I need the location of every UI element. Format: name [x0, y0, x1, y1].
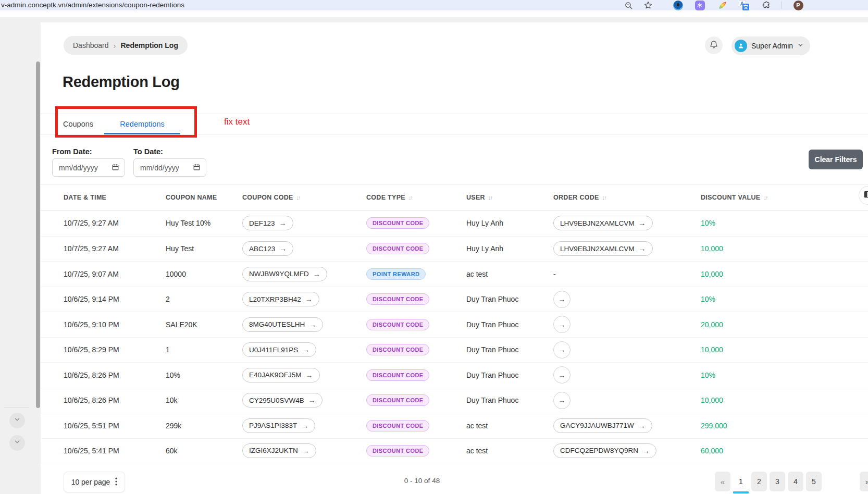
- cell-user: Duy Tran Phuoc: [466, 295, 553, 303]
- table-row: 10/6/25, 9:10 PM SALE20K 8MG40UTESLHH → …: [41, 312, 868, 337]
- cell-discount-value: 10,000: [701, 396, 807, 404]
- order-code-text: LHV9EBJN2XAMLCVM: [560, 245, 635, 253]
- table-row: 10/6/25, 8:26 PM 10% E40JAK9OFJ5M → DISC…: [41, 362, 868, 388]
- pagination-prev-button[interactable]: «: [715, 472, 730, 491]
- per-page-selector[interactable]: 10 per page: [64, 472, 125, 492]
- cell-coupon-name: 10000: [166, 270, 242, 278]
- sort-icon[interactable]: ↓↑: [602, 194, 606, 201]
- extension-feather-icon[interactable]: [717, 1, 727, 10]
- from-date-input[interactable]: mm/dd/yyyy: [52, 158, 125, 177]
- column-header[interactable]: ORDER CODE↓↑: [553, 194, 701, 201]
- order-code-pill[interactable]: CDFCQ2EPDW8YQ9RN→: [553, 443, 656, 458]
- order-code-pill[interactable]: GACY9JJAUWBJ771W→: [553, 418, 652, 433]
- page-button-5[interactable]: 5: [806, 472, 822, 491]
- tab-coupons[interactable]: Coupons: [56, 114, 101, 134]
- browser-profile-avatar[interactable]: P: [793, 1, 803, 10]
- bookmark-star-icon[interactable]: [643, 1, 653, 10]
- date-placeholder: mm/dd/yyyy: [140, 164, 179, 172]
- order-code-text: LHV9EBJN2XAMLCVM: [560, 219, 635, 227]
- column-header: COUPON NAME: [166, 194, 242, 201]
- page-title: Redemption Log: [63, 73, 180, 91]
- sort-icon[interactable]: ↓↑: [408, 194, 412, 201]
- table-row: 10/6/25, 5:51 PM 299k PJ9AS1PI383T → DIS…: [41, 413, 868, 438]
- column-header[interactable]: USER↓↑: [466, 194, 553, 201]
- zoom-out-icon[interactable]: [623, 1, 634, 10]
- bell-icon: [709, 40, 718, 51]
- calendar-icon[interactable]: [193, 163, 201, 172]
- order-link-button[interactable]: →: [553, 392, 571, 409]
- table-row: 10/6/25, 8:29 PM 1 U0J411FL91PS → DISCOU…: [41, 337, 868, 363]
- sort-icon[interactable]: ↓↑: [488, 194, 492, 201]
- notifications-button[interactable]: [705, 36, 723, 54]
- breadcrumb-dashboard-link[interactable]: Dashboard: [73, 41, 109, 50]
- code-type-badge: DISCOUNT CODE: [366, 420, 429, 431]
- column-header-label: DISCOUNT VALUE: [701, 194, 760, 201]
- order-link-button[interactable]: →: [553, 366, 571, 384]
- sort-icon[interactable]: ↓↑: [296, 194, 300, 201]
- per-page-label: 10 per page: [71, 478, 110, 486]
- annotation-text: fix text: [224, 117, 250, 127]
- order-code-pill[interactable]: LHV9EBJN2XAMLCVM→: [553, 216, 653, 230]
- order-link-button[interactable]: →: [553, 316, 571, 333]
- extension-blue-circle-icon[interactable]: [673, 1, 683, 10]
- translate-icon[interactable]: [739, 1, 749, 10]
- extensions-puzzle-icon[interactable]: [761, 1, 772, 10]
- order-link-button[interactable]: →: [553, 341, 571, 359]
- column-header: DATE & TIME: [41, 194, 166, 201]
- cell-order-code: GACY9JJAUWBJ771W→: [553, 418, 701, 433]
- sidebar-collapse-button-1[interactable]: [9, 413, 25, 428]
- cell-coupon-name: 10k: [166, 396, 242, 404]
- order-link-button[interactable]: →: [553, 291, 571, 308]
- coupon-code-pill[interactable]: E40JAK9OFJ5M →: [242, 368, 320, 382]
- code-type-badge: DISCOUNT CODE: [366, 344, 429, 355]
- page-button-2[interactable]: 2: [751, 472, 767, 491]
- cell-order-code: -: [553, 270, 701, 278]
- coupon-code-pill[interactable]: CY295U0SVW4B →: [242, 393, 323, 407]
- cell-datetime: 10/6/25, 8:26 PM: [41, 396, 166, 404]
- coupon-code-pill[interactable]: 8MG40UTESLHH →: [242, 317, 323, 332]
- order-code-pill[interactable]: LHV9EBJN2XAMLCVM→: [553, 241, 653, 256]
- calendar-icon[interactable]: [111, 163, 119, 172]
- cell-datetime: 10/6/25, 8:26 PM: [41, 371, 166, 379]
- coupon-code-pill[interactable]: NWJBW9YQLMFD →: [242, 267, 327, 281]
- arrow-right-icon: →: [302, 447, 309, 455]
- cell-user: ac test: [466, 447, 553, 455]
- to-date-input[interactable]: mm/dd/yyyy: [133, 158, 206, 177]
- pagination-next-button[interactable]: »: [860, 472, 868, 491]
- date-placeholder: mm/dd/yyyy: [59, 164, 98, 172]
- coupon-code-pill[interactable]: L20TXRP3BH42 →: [242, 292, 319, 306]
- cell-coupon-name: 60k: [166, 447, 242, 455]
- coupon-code-pill[interactable]: U0J411FL91PS →: [242, 342, 316, 357]
- order-code-text: CDFCQ2EPDW8YQ9RN: [560, 447, 638, 454]
- page-button-3[interactable]: 3: [770, 472, 785, 491]
- page-button-4[interactable]: 4: [788, 472, 803, 491]
- url-text[interactable]: v-admin.conceptk.vn/admin/extensions/cou…: [1, 0, 184, 10]
- cell-discount-value: 10%: [701, 219, 807, 227]
- main-content: Dashboard › Redemption Log Super Admin R…: [41, 22, 868, 494]
- tab-redemptions[interactable]: Redemptions: [104, 114, 180, 134]
- user-menu[interactable]: Super Admin: [731, 36, 810, 55]
- table-row: 10/6/25, 5:41 PM 60k IZGI6XJ2UKTN → DISC…: [41, 438, 868, 464]
- coupon-code-pill[interactable]: DEF123 →: [242, 216, 293, 230]
- column-header[interactable]: CODE TYPE↓↑: [366, 194, 466, 201]
- code-type-badge: DISCOUNT CODE: [366, 217, 429, 229]
- sidebar-scrollbar[interactable]: [36, 61, 40, 408]
- cell-discount-value: 299,000: [701, 422, 807, 430]
- to-date-label: To Date:: [133, 147, 163, 156]
- extension-snowflake-icon[interactable]: [695, 1, 705, 10]
- coupon-code-pill[interactable]: ABC123 →: [242, 241, 293, 256]
- coupon-code-pill[interactable]: IZGI6XJ2UKTN →: [242, 443, 316, 458]
- order-code-text: GACY9JJAUWBJ771W: [560, 422, 634, 429]
- sort-icon[interactable]: ↓↑: [763, 194, 767, 201]
- cell-user: ac test: [466, 422, 553, 430]
- cell-order-code: CDFCQ2EPDW8YQ9RN→: [553, 443, 701, 458]
- sidebar-collapse-button-2[interactable]: [9, 435, 25, 451]
- column-header[interactable]: COUPON CODE↓↑: [242, 194, 366, 201]
- coupon-code-pill[interactable]: PJ9AS1PI383T →: [242, 418, 315, 433]
- arrow-right-icon: →: [309, 320, 316, 329]
- clear-filters-button[interactable]: Clear Filters: [809, 150, 863, 169]
- column-header[interactable]: DISCOUNT VALUE↓↑: [701, 194, 807, 201]
- arrow-right-icon: →: [301, 422, 308, 430]
- arrow-right-icon: →: [279, 244, 287, 253]
- page-button-1[interactable]: 1: [733, 472, 749, 491]
